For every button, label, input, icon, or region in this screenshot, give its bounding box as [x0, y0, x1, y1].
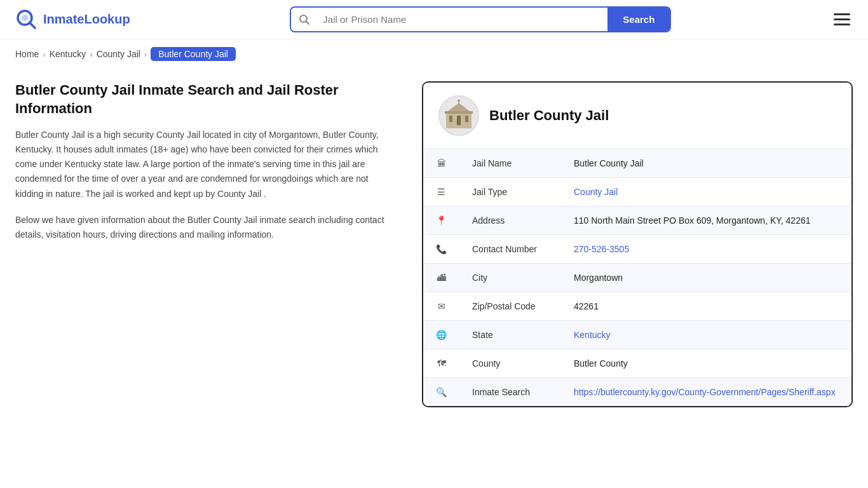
- page-desc-2: Below we have given information about th…: [15, 213, 397, 242]
- table-row: 🗺CountyButler County: [423, 349, 851, 378]
- search-button[interactable]: Search: [607, 8, 670, 31]
- svg-rect-6: [449, 116, 452, 122]
- row-label: City: [459, 264, 561, 292]
- table-row: 🔍Inmate Searchhttps://butlercounty.ky.go…: [423, 378, 851, 407]
- row-icon: 🏛: [423, 149, 459, 178]
- svg-rect-7: [457, 116, 461, 125]
- menu-icon[interactable]: [831, 11, 853, 28]
- chevron-icon-3: ›: [144, 50, 147, 59]
- chevron-icon-2: ›: [90, 50, 92, 59]
- jail-avatar: [438, 95, 479, 136]
- logo-text: InmateLookup: [43, 12, 130, 27]
- row-icon: 🔍: [423, 378, 459, 407]
- row-value: County Jail: [561, 178, 851, 207]
- svg-rect-10: [445, 111, 473, 114]
- info-table: 🏛Jail NameButler County Jail☰Jail TypeCo…: [423, 149, 851, 406]
- row-value: 270-526-3505: [561, 235, 851, 264]
- page-title: Butler County Jail Inmate Search and Jai…: [15, 81, 397, 118]
- search-icon: [291, 9, 318, 30]
- chevron-icon-1: ›: [43, 50, 45, 59]
- jail-building-icon: [443, 100, 475, 132]
- row-label: Address: [459, 207, 561, 235]
- svg-line-4: [306, 21, 309, 24]
- page-desc-1: Butler County Jail is a high security Co…: [15, 128, 397, 201]
- row-label: County: [459, 349, 561, 378]
- breadcrumb: Home › Kentucky › County Jail › Butler C…: [0, 39, 868, 69]
- info-card: Butler County Jail 🏛Jail NameButler Coun…: [422, 81, 853, 407]
- search-box: Search: [290, 6, 671, 32]
- table-row: 📞Contact Number270-526-3505: [423, 235, 851, 264]
- logo-icon: [15, 8, 38, 31]
- row-icon: ✉: [423, 292, 459, 321]
- row-icon: 📍: [423, 207, 459, 235]
- row-value: Butler County: [561, 349, 851, 378]
- svg-point-2: [22, 15, 28, 21]
- search-area: Search: [290, 6, 671, 32]
- breadcrumb-current: Butler County Jail: [151, 47, 236, 61]
- info-card-title: Butler County Jail: [489, 107, 609, 124]
- row-label: Inmate Search: [459, 378, 561, 407]
- site-header: InmateLookup Search: [0, 0, 868, 39]
- row-label: Jail Name: [459, 149, 561, 178]
- left-column: Butler County Jail Inmate Search and Jai…: [15, 81, 422, 407]
- svg-point-12: [458, 100, 460, 101]
- row-label: Contact Number: [459, 235, 561, 264]
- table-row: 🏙CityMorgantown: [423, 264, 851, 292]
- table-row: ☰Jail TypeCounty Jail: [423, 178, 851, 207]
- svg-marker-9: [446, 103, 471, 112]
- row-icon: 📞: [423, 235, 459, 264]
- row-value: 42261: [561, 292, 851, 321]
- main-content: Butler County Jail Inmate Search and Jai…: [0, 69, 868, 433]
- search-input[interactable]: [318, 8, 607, 31]
- breadcrumb-home[interactable]: Home: [15, 49, 39, 59]
- table-row: 🌐StateKentucky: [423, 321, 851, 349]
- row-value: Butler County Jail: [561, 149, 851, 178]
- row-value: https://butlercounty.ky.gov/County-Gover…: [561, 378, 851, 407]
- svg-line-1: [30, 23, 35, 28]
- row-icon: ☰: [423, 178, 459, 207]
- row-value: 110 North Main Street PO Box 609, Morgan…: [561, 207, 851, 235]
- breadcrumb-state[interactable]: Kentucky: [50, 49, 86, 59]
- svg-rect-8: [465, 116, 468, 122]
- row-icon: 🌐: [423, 321, 459, 349]
- row-label: Jail Type: [459, 178, 561, 207]
- row-label: Zip/Postal Code: [459, 292, 561, 321]
- right-column: Butler County Jail 🏛Jail NameButler Coun…: [422, 81, 853, 407]
- breadcrumb-type[interactable]: County Jail: [97, 49, 140, 59]
- table-row: ✉Zip/Postal Code42261: [423, 292, 851, 321]
- row-icon: 🏙: [423, 264, 459, 292]
- info-card-header: Butler County Jail: [423, 83, 851, 149]
- row-value: Morgantown: [561, 264, 851, 292]
- site-logo[interactable]: InmateLookup: [15, 8, 130, 31]
- row-label: State: [459, 321, 561, 349]
- row-value: Kentucky: [561, 321, 851, 349]
- table-row: 📍Address110 North Main Street PO Box 609…: [423, 207, 851, 235]
- table-row: 🏛Jail NameButler County Jail: [423, 149, 851, 178]
- row-icon: 🗺: [423, 349, 459, 378]
